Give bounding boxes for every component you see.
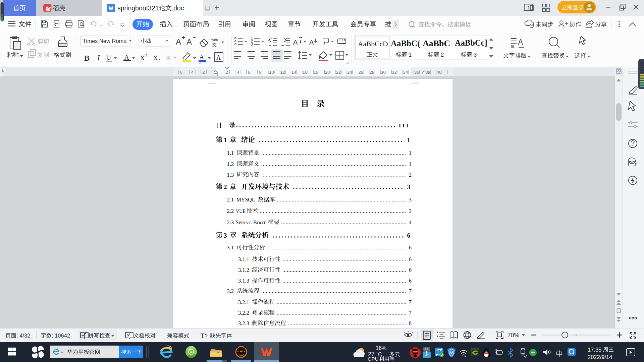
svg-text:2.1: 2.1	[227, 196, 234, 203]
svg-text:18: 18	[314, 70, 318, 75]
svg-text:3: 3	[409, 208, 412, 214]
svg-text:III: III	[399, 122, 410, 129]
svg-text:2.3: 2.3	[227, 219, 234, 226]
svg-text:.doc: .doc	[172, 4, 184, 12]
svg-text:3.1.2: 3.1.2	[238, 267, 249, 273]
svg-text:2: 2	[226, 70, 228, 75]
svg-text:40: 40	[437, 70, 441, 75]
svg-text:26: 26	[359, 70, 363, 75]
svg-text:1: 1	[527, 5, 530, 10]
svg-text:6: 6	[407, 232, 411, 239]
svg-text:7: 7	[409, 310, 412, 316]
svg-text:4: 4	[237, 70, 239, 75]
svg-text:X: X	[153, 54, 158, 62]
svg-text:A: A	[199, 53, 204, 61]
svg-text:16: 16	[303, 70, 307, 75]
svg-text:3: 3	[251, 42, 253, 46]
svg-text:8: 8	[409, 320, 412, 326]
svg-text:VUE: VUE	[236, 209, 246, 214]
svg-text:B: B	[84, 54, 90, 62]
svg-text:PRING: PRING	[239, 220, 252, 225]
svg-text:2.2: 2.2	[227, 208, 234, 214]
svg-text:6: 6	[248, 70, 250, 75]
svg-text:A: A	[518, 38, 523, 47]
svg-text:1: 1	[407, 136, 411, 143]
svg-text:AaBbC(: AaBbC(	[391, 39, 420, 48]
svg-text:I: I	[97, 54, 100, 62]
svg-text:32: 32	[392, 70, 396, 75]
svg-text:U: U	[106, 53, 111, 61]
svg-text:7: 7	[409, 299, 412, 305]
svg-text:3.1.1: 3.1.1	[238, 256, 249, 262]
svg-text:70%: 70%	[507, 332, 519, 339]
svg-text:20: 20	[325, 70, 330, 75]
svg-text:o: o	[376, 352, 377, 355]
svg-text:10: 10	[269, 70, 274, 75]
svg-text:2: 2	[202, 70, 205, 75]
svg-text:12: 12	[280, 70, 285, 75]
svg-text:: 4/32: : 4/32	[16, 333, 30, 339]
svg-text:28: 28	[370, 70, 374, 75]
svg-text:3: 3	[407, 183, 411, 190]
svg-text:1: 1	[224, 136, 227, 143]
svg-text:30: 30	[381, 70, 385, 75]
svg-text:2: 2	[441, 52, 444, 58]
svg-text:A: A	[186, 37, 192, 46]
svg-text:24: 24	[347, 70, 352, 75]
svg-text:3.1: 3.1	[227, 244, 234, 251]
svg-text:36: 36	[414, 70, 419, 75]
svg-text:A: A	[309, 39, 314, 46]
svg-text:4: 4	[409, 219, 412, 226]
svg-text:6: 6	[180, 70, 182, 75]
svg-text:1.1: 1.1	[227, 150, 234, 156]
svg-text:A: A	[216, 54, 221, 61]
svg-text:T: T	[201, 332, 205, 339]
svg-text:wén: wén	[211, 38, 218, 42]
svg-text:A: A	[166, 54, 171, 62]
svg-text:A: A	[124, 53, 129, 61]
svg-text:A: A	[176, 37, 181, 46]
svg-text:2: 2	[145, 53, 148, 58]
svg-text:3.1.3: 3.1.3	[238, 278, 249, 284]
svg-text:16%: 16%	[376, 345, 386, 351]
svg-text:CPU: CPU	[368, 356, 379, 362]
svg-text:6: 6	[409, 256, 412, 262]
svg-text:AaBbC: AaBbC	[423, 39, 450, 48]
svg-text:OOT: OOT	[257, 220, 266, 225]
svg-text:6: 6	[409, 267, 412, 273]
svg-text:AaBbCc]: AaBbCc]	[455, 38, 487, 47]
svg-text:B: B	[253, 220, 257, 225]
svg-text:AaBbCcD: AaBbCcD	[358, 40, 388, 48]
svg-text:3.2.2: 3.2.2	[238, 310, 249, 316]
svg-text:X: X	[140, 54, 145, 62]
svg-text:Times New Roma: Times New Roma	[83, 38, 127, 44]
svg-text:8: 8	[259, 70, 261, 75]
svg-text:17:35: 17:35	[588, 347, 601, 353]
svg-text:1.2: 1.2	[227, 161, 234, 167]
svg-text:3.2: 3.2	[227, 288, 234, 294]
svg-text:6: 6	[409, 278, 412, 284]
svg-text:springboot: springboot	[117, 4, 148, 12]
svg-text:34: 34	[403, 70, 408, 75]
svg-text:321: 321	[148, 4, 159, 12]
svg-text:2: 2	[409, 172, 412, 178]
svg-text:A: A	[293, 39, 298, 46]
svg-text:2022/9/14: 2022/9/14	[588, 354, 612, 360]
svg-text:3: 3	[224, 232, 227, 239]
svg-text:2: 2	[224, 183, 227, 190]
svg-text:1: 1	[409, 150, 412, 156]
svg-text:4: 4	[191, 70, 194, 75]
svg-text:7: 7	[409, 288, 412, 294]
svg-text:3: 3	[474, 52, 477, 58]
svg-text:?: ?	[205, 333, 208, 339]
svg-text:22: 22	[336, 70, 341, 75]
svg-text:1.3: 1.3	[227, 172, 234, 178]
svg-text:1: 1	[409, 52, 412, 58]
svg-text:1: 1	[409, 161, 412, 167]
svg-text:: 10642: : 10642	[52, 333, 70, 339]
svg-text:2: 2	[158, 58, 161, 63]
svg-text:3.2.3: 3.2.3	[238, 320, 249, 326]
svg-text:MYSQL: MYSQL	[236, 197, 255, 202]
svg-text:3: 3	[409, 196, 412, 203]
svg-text:S: S	[236, 220, 239, 225]
